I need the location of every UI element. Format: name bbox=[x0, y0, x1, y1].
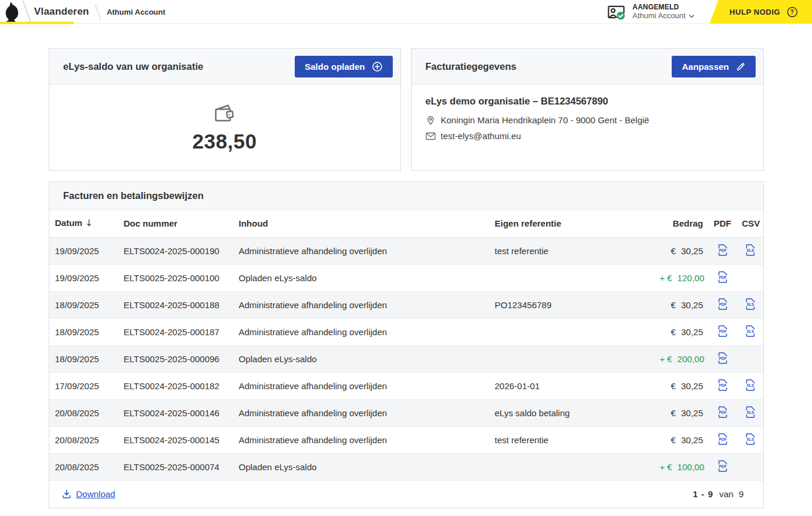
column-header-bedrag: Bedrag bbox=[655, 210, 708, 237]
svg-text:XLS: XLS bbox=[746, 383, 754, 387]
invoice-doc-number: ELTS0024-2025-000187 bbox=[119, 318, 234, 345]
svg-text:PDF: PDF bbox=[719, 248, 726, 252]
svg-text:XLS: XLS bbox=[746, 248, 754, 252]
xls-download-link[interactable]: XLS bbox=[744, 298, 756, 311]
invoice-doc-number: ELTS0024-2025-000190 bbox=[119, 237, 234, 264]
xls-file-icon: XLS bbox=[744, 325, 756, 338]
column-header-inhoud: Inhoud bbox=[234, 210, 490, 237]
invoice-row: 19/09/2025 ELTS0024-2025-000190 Administ… bbox=[49, 237, 763, 264]
pdf-file-icon: PDF bbox=[717, 460, 729, 473]
xls-file-icon: XLS bbox=[744, 379, 756, 392]
pdf-download-link[interactable]: PDF bbox=[717, 352, 729, 365]
pagination: 1 - 9van9 bbox=[693, 489, 744, 499]
breadcrumb-slash-icon bbox=[89, 0, 107, 24]
svg-text:XLS: XLS bbox=[746, 329, 754, 333]
brand-home-link[interactable]: Vlaanderen bbox=[34, 6, 89, 18]
amount-value: 200,00 bbox=[678, 354, 705, 364]
amount-currency: € bbox=[671, 300, 676, 310]
invoice-date: 18/09/2025 bbox=[49, 345, 119, 372]
invoice-date: 20/08/2025 bbox=[49, 399, 119, 426]
svg-text:PDF: PDF bbox=[719, 275, 726, 279]
pdf-file-icon: PDF bbox=[717, 271, 729, 284]
amount-value: 30,25 bbox=[681, 246, 703, 256]
amount-value: 30,25 bbox=[681, 381, 703, 391]
invoice-date: 18/09/2025 bbox=[49, 318, 119, 345]
column-header-pdf: PDF bbox=[708, 210, 737, 237]
invoice-reference bbox=[490, 453, 655, 480]
topup-balance-label: Saldo opladen bbox=[305, 62, 365, 72]
xls-download-link[interactable]: XLS bbox=[744, 433, 756, 446]
amount-currency: € bbox=[671, 381, 676, 391]
svg-text:XLS: XLS bbox=[746, 410, 754, 414]
sort-descending-icon: ↓ bbox=[85, 218, 93, 228]
invoice-doc-number: ELTS0024-2025-000182 bbox=[119, 372, 234, 399]
invoice-content: Opladen eLys-saldo bbox=[234, 264, 490, 291]
amount-value: 120,00 bbox=[678, 273, 705, 283]
pdf-download-link[interactable]: PDF bbox=[717, 298, 729, 311]
balance-card-title: eLys-saldo van uw organisatie bbox=[63, 61, 204, 72]
organisation-name: eLys demo organisatie – BE1234567890 bbox=[426, 96, 749, 107]
edit-billing-label: Aanpassen bbox=[682, 62, 729, 72]
invoice-amount: €30,25 bbox=[655, 237, 708, 264]
xls-download-link[interactable]: XLS bbox=[744, 244, 756, 257]
invoice-amount: +€100,00 bbox=[655, 453, 708, 480]
main-content: eLys-saldo van uw organisatie Saldo opla… bbox=[49, 48, 764, 508]
invoice-content: Administratieve afhandeling overlijden bbox=[234, 399, 490, 426]
invoice-date: 20/08/2025 bbox=[49, 453, 119, 480]
invoice-reference: 2026-01-01 bbox=[490, 372, 655, 399]
invoice-date: 19/09/2025 bbox=[49, 264, 119, 291]
flanders-lion-icon bbox=[4, 2, 20, 23]
pdf-download-link[interactable]: PDF bbox=[717, 433, 729, 446]
pdf-file-icon: PDF bbox=[717, 352, 729, 365]
invoice-content: Opladen eLys-saldo bbox=[234, 453, 490, 480]
pdf-download-link[interactable]: PDF bbox=[717, 325, 729, 338]
svg-text:?: ? bbox=[790, 8, 794, 15]
breadcrumb-slash-icon bbox=[20, 0, 34, 24]
pdf-download-link[interactable]: PDF bbox=[717, 244, 729, 257]
pdf-download-link[interactable]: PDF bbox=[717, 460, 729, 473]
invoice-reference bbox=[490, 264, 655, 291]
invoice-reference: eLys saldo betaling bbox=[490, 399, 655, 426]
invoice-date: 20/08/2025 bbox=[49, 426, 119, 453]
help-button[interactable]: HULP NODIG ? bbox=[710, 0, 812, 23]
invoice-row: 17/09/2025 ELTS0024-2025-000182 Administ… bbox=[49, 372, 763, 399]
amount-sign: + bbox=[660, 354, 665, 364]
xls-download-link[interactable]: XLS bbox=[744, 325, 756, 338]
pdf-file-icon: PDF bbox=[717, 298, 729, 311]
pdf-download-link[interactable]: PDF bbox=[717, 406, 729, 419]
download-link[interactable]: Download bbox=[62, 489, 116, 499]
edit-billing-button[interactable]: Aanpassen bbox=[672, 56, 755, 77]
invoice-amount: €30,25 bbox=[655, 318, 708, 345]
svg-text:PDF: PDF bbox=[719, 302, 726, 306]
svg-text:PDF: PDF bbox=[719, 410, 726, 414]
svg-text:XLS: XLS bbox=[746, 437, 754, 441]
mail-icon bbox=[426, 132, 436, 140]
invoice-table-body: 19/09/2025 ELTS0024-2025-000190 Administ… bbox=[49, 237, 763, 480]
breadcrumb-app-name: Athumi Account bbox=[107, 8, 166, 16]
xls-download-link[interactable]: XLS bbox=[744, 406, 756, 419]
balance-amount: 238,50 bbox=[192, 130, 257, 153]
column-header-csv: CSV bbox=[737, 210, 763, 237]
amount-currency: € bbox=[667, 354, 672, 364]
column-header-datum[interactable]: Datum↓ bbox=[49, 210, 119, 237]
wallet-icon bbox=[212, 102, 238, 126]
breadcrumb: Vlaanderen Athumi Account bbox=[0, 0, 166, 23]
xls-file-icon: XLS bbox=[744, 298, 756, 311]
invoice-amount: €30,25 bbox=[655, 399, 708, 426]
invoice-row: 20/08/2025 ELTS0024-2025-000146 Administ… bbox=[49, 399, 763, 426]
pdf-download-link[interactable]: PDF bbox=[717, 379, 729, 392]
user-badge-icon bbox=[607, 4, 626, 21]
download-icon bbox=[62, 489, 72, 499]
amount-sign: + bbox=[660, 462, 665, 472]
amount-currency: € bbox=[667, 273, 672, 283]
invoice-doc-number: ELTS0025-2025-000096 bbox=[119, 345, 234, 372]
amount-currency: € bbox=[667, 462, 672, 472]
invoice-content: Opladen eLys-saldo bbox=[234, 345, 490, 372]
table-header-row: Datum↓ Doc nummer Inhoud Eigen referenti… bbox=[49, 210, 763, 237]
pdf-file-icon: PDF bbox=[717, 433, 729, 446]
invoice-content: Administratieve afhandeling overlijden bbox=[234, 291, 490, 318]
xls-download-link[interactable]: XLS bbox=[744, 379, 756, 392]
user-menu[interactable]: AANGEMELD Athumi Account bbox=[607, 0, 694, 23]
pdf-download-link[interactable]: PDF bbox=[717, 271, 729, 284]
topup-balance-button[interactable]: Saldo opladen bbox=[295, 56, 393, 77]
